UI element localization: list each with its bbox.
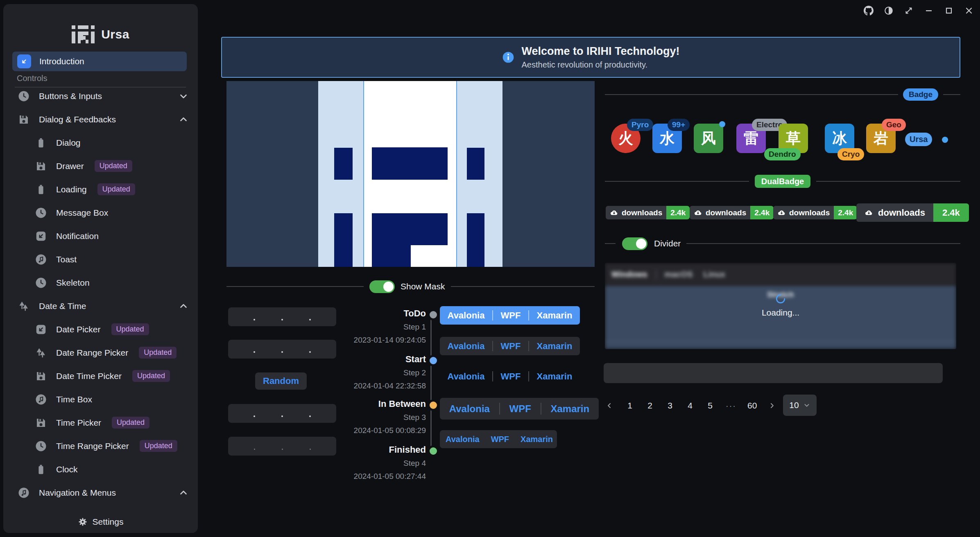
divider-toggle-label: Divider	[654, 239, 681, 248]
show-mask-toggle[interactable]	[369, 280, 395, 293]
expand-button[interactable]	[903, 5, 914, 16]
tab-windows[interactable]: Windows	[609, 270, 650, 279]
sidebar-item-navigation-menus[interactable]: Navigation & Menus	[3, 481, 198, 504]
pagination-prev-button[interactable]	[605, 402, 614, 410]
dualbadge-section-pill: DualBadge	[755, 175, 810, 188]
chevron-down-icon[interactable]	[178, 91, 189, 102]
sidebar-item-clock[interactable]: Clock	[3, 458, 198, 481]
placeholder-dot	[309, 351, 311, 353]
dualbadge-section-divider: DualBadge	[605, 175, 960, 188]
cloud-download-icon	[865, 208, 873, 217]
show-mask-label: Show Mask	[401, 282, 445, 291]
platform-button-xamarin[interactable]: Xamarin	[531, 310, 578, 321]
platform-button-xamarin[interactable]: Xamarin	[531, 341, 578, 352]
sidebar-item-time-range-picker[interactable]: Time Range PickerUpdated	[3, 434, 198, 458]
sidebar-list: Buttons & InputsDialog & FeedbacksDialog…	[3, 84, 198, 519]
date-input-2[interactable]	[228, 340, 336, 359]
clock-icon	[17, 89, 31, 103]
divider-line	[605, 94, 898, 95]
divider-toggle[interactable]	[622, 237, 647, 250]
platform-button-group: AvaloniaWPFXamarin	[440, 398, 599, 420]
download-badge: downloads2.4k	[690, 206, 774, 219]
sidebar-item-loading[interactable]: LoadingUpdated	[3, 178, 198, 201]
github-button[interactable]	[863, 5, 874, 16]
pagination-page-2[interactable]: 2	[645, 401, 654, 411]
badge-pill-dendro: Dendro	[764, 148, 801, 160]
minimize-button[interactable]	[923, 5, 934, 16]
timeline-dot	[428, 399, 439, 411]
platform-button-avalonia[interactable]: Avalonia	[442, 371, 491, 382]
loading-tab-panel: Windows macOS Linux Stretch Loading...	[605, 263, 956, 349]
chevron-up-icon[interactable]	[178, 114, 189, 125]
sidebar-item-date-time[interactable]: Date & Time	[3, 294, 198, 318]
timeline-step: Step 4	[340, 459, 426, 468]
platform-button-xamarin[interactable]: Xamarin	[545, 403, 595, 415]
date-input-3[interactable]	[228, 404, 336, 423]
sidebar-item-message-box[interactable]: Message Box	[3, 201, 198, 224]
pagination-page-3[interactable]: 3	[665, 401, 674, 411]
sidebar-item-date-range-picker[interactable]: Date Range PickerUpdated	[3, 341, 198, 364]
platform-button-wpf[interactable]: WPF	[495, 341, 527, 352]
platform-button-avalonia[interactable]: Avalonia	[444, 403, 496, 415]
timeline-step: Step 1	[340, 323, 426, 332]
logo-pixel-block	[467, 148, 484, 180]
floppy-icon	[17, 113, 31, 126]
tab-macos[interactable]: macOS	[662, 270, 695, 279]
chevron-up-icon[interactable]	[178, 487, 189, 498]
date-input-1[interactable]	[228, 307, 336, 326]
pagination-next-button[interactable]	[768, 402, 777, 410]
window-controls	[863, 5, 974, 16]
sidebar-item-label: Drawer	[56, 161, 84, 171]
chevron-up-icon[interactable]	[178, 301, 189, 311]
sidebar-item-skeleton[interactable]: Skeleton	[3, 271, 198, 294]
download-badge-left: downloads	[690, 206, 750, 219]
sidebar-item-time-box[interactable]: Time Box	[3, 388, 198, 411]
irihi-logo-image	[226, 81, 595, 267]
pagination-page-1[interactable]: 1	[625, 401, 634, 411]
app-logo: Ursa	[3, 25, 198, 43]
platform-button-xamarin[interactable]: Xamarin	[515, 435, 559, 444]
platform-button-wpf[interactable]: WPF	[485, 435, 515, 444]
random-button[interactable]: Random	[255, 372, 307, 390]
settings-label: Settings	[93, 517, 124, 527]
sidebar-item-buttons-inputs[interactable]: Buttons & Inputs	[3, 84, 198, 108]
updated-badge: Updated	[111, 323, 149, 335]
sidebar-item-date-picker[interactable]: Date PickerUpdated	[3, 318, 198, 341]
timeline-title: Finished	[340, 445, 426, 454]
platform-button-avalonia[interactable]: Avalonia	[442, 341, 491, 352]
clock-icon	[34, 439, 48, 453]
download-badge: downloads2.4k	[773, 206, 857, 219]
platform-button-wpf[interactable]: WPF	[495, 371, 527, 382]
sidebar-item-drawer[interactable]: DrawerUpdated	[3, 154, 198, 178]
group-separator	[499, 403, 500, 415]
tab-linux[interactable]: Linux	[701, 270, 728, 279]
sidebar-item-time-picker[interactable]: Time PickerUpdated	[3, 411, 198, 434]
sidebar-item-introduction[interactable]: Introduction	[12, 52, 187, 71]
page-size-select[interactable]: 10	[783, 395, 817, 416]
sidebar-item-dialog-feedbacks[interactable]: Dialog & Feedbacks	[3, 108, 198, 131]
platform-button-avalonia[interactable]: Avalonia	[440, 435, 485, 444]
placeholder-dot	[309, 415, 311, 417]
date-input-4[interactable]	[228, 437, 336, 456]
timeline-item: StartStep 22024-01-04 22:32:58	[340, 355, 426, 390]
pagination-page-4[interactable]: 4	[686, 401, 695, 411]
ursa-pill-badge: Ursa	[905, 133, 932, 146]
maximize-button[interactable]	[944, 5, 954, 16]
close-button[interactable]	[964, 5, 974, 16]
platform-button-wpf[interactable]: WPF	[495, 310, 527, 321]
sidebar-item-dialog[interactable]: Dialog	[3, 131, 198, 154]
sidebar-item-date-time-picker[interactable]: Date Time PickerUpdated	[3, 364, 198, 388]
logo-pixel-block	[467, 213, 484, 267]
sidebar-item-toast[interactable]: Toast	[3, 248, 198, 271]
download-badge-label: downloads	[878, 208, 925, 218]
info-icon	[502, 51, 515, 64]
platform-button-wpf[interactable]: WPF	[504, 403, 537, 415]
theme-toggle-button[interactable]	[883, 5, 894, 16]
settings-button[interactable]: Settings	[3, 511, 198, 533]
pagination-page-60[interactable]: 60	[747, 401, 757, 411]
platform-button-xamarin[interactable]: Xamarin	[531, 371, 578, 382]
divider-line	[605, 243, 616, 244]
platform-button-avalonia[interactable]: Avalonia	[442, 310, 491, 321]
sidebar-item-notification[interactable]: Notification	[3, 224, 198, 248]
pagination-page-5[interactable]: 5	[706, 401, 715, 411]
